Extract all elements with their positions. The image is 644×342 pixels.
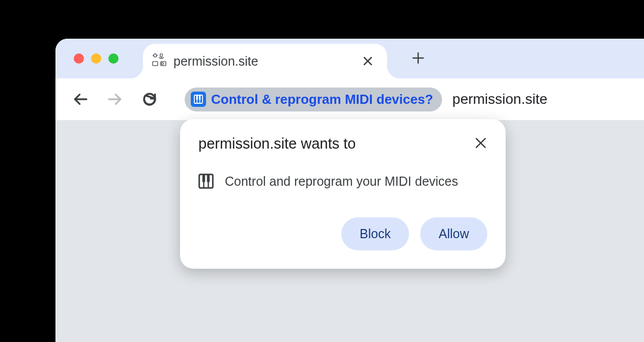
svg-rect-19 (199, 95, 200, 100)
reload-button[interactable] (140, 90, 159, 109)
minimize-window-button[interactable] (91, 53, 101, 64)
tab-strip: permission.site (55, 39, 644, 78)
svg-rect-25 (202, 175, 205, 182)
svg-rect-6 (153, 62, 158, 66)
maximize-window-button[interactable] (108, 53, 119, 64)
dialog-title: permission.site wants to (198, 135, 356, 152)
svg-rect-15 (194, 95, 202, 103)
piano-icon (198, 174, 214, 189)
permission-chip[interactable]: Control & reprogram MIDI devices? (185, 88, 442, 111)
svg-point-8 (161, 63, 163, 65)
permission-chip-text: Control & reprogram MIDI devices? (211, 92, 433, 107)
tab-title: permission.site (173, 54, 354, 69)
window-controls (74, 53, 119, 64)
svg-rect-22 (199, 175, 213, 188)
dialog-close-button[interactable] (474, 136, 487, 152)
allow-button[interactable]: Allow (420, 217, 487, 250)
back-button[interactable] (71, 90, 90, 109)
browser-tab[interactable]: permission.site (143, 44, 387, 78)
close-tab-button[interactable] (361, 53, 375, 69)
new-tab-button[interactable] (412, 48, 425, 69)
svg-rect-4 (160, 53, 162, 57)
tab-favicon-permissions-icon (152, 53, 166, 67)
close-window-button[interactable] (74, 53, 84, 64)
svg-rect-18 (196, 95, 198, 100)
block-button[interactable]: Block (341, 217, 409, 250)
permission-dialog: permission.site wants to Control and rep… (180, 119, 506, 269)
dialog-body-text: Control and reprogram your MIDI devices (225, 174, 458, 189)
browser-window: permission.site (55, 39, 644, 342)
piano-icon (191, 92, 206, 107)
toolbar: Control & reprogram MIDI devices? permis… (55, 78, 644, 120)
address-bar[interactable]: Control & reprogram MIDI devices? permis… (185, 88, 547, 111)
forward-button[interactable] (105, 90, 125, 109)
svg-rect-26 (207, 175, 210, 182)
url-text: permission.site (452, 91, 547, 107)
svg-point-0 (154, 54, 157, 57)
